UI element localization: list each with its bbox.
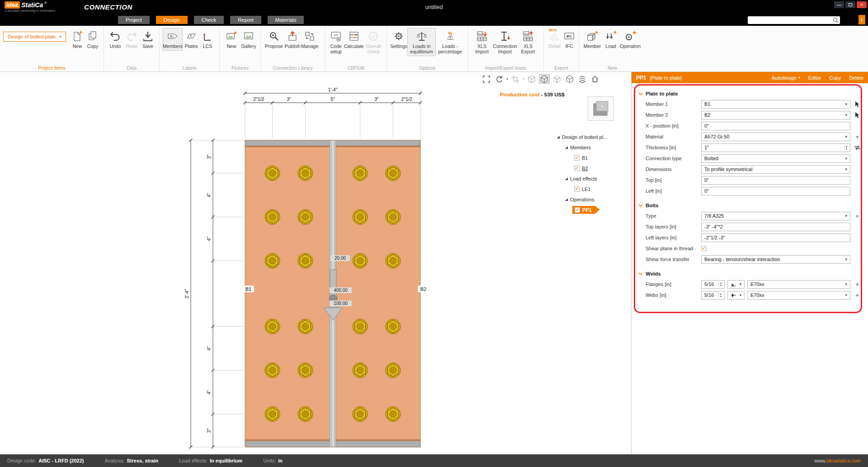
dimensions-dropdown[interactable]: To profile symmetrical▾ xyxy=(701,165,850,174)
ribbon-button-undo[interactable]: Undo xyxy=(107,28,123,51)
autodesign-dropdown[interactable]: Autodesign▾ xyxy=(772,75,800,81)
bolt[interactable] xyxy=(386,319,401,334)
bolt-type-dropdown[interactable]: 7/8 A325▾ xyxy=(701,212,850,220)
checkbox-checked-icon[interactable]: ✓ xyxy=(575,207,580,213)
section-plate-to-plate[interactable]: Plate to plate xyxy=(632,89,868,99)
top-input[interactable]: 0" xyxy=(701,176,850,185)
explode-view-icon[interactable] xyxy=(577,74,588,84)
ribbon-button-settings[interactable]: Settings xyxy=(390,28,407,51)
ribbon-button-members-labels[interactable]: B1 Members xyxy=(163,28,183,51)
web-weld-size-stepper[interactable]: 5/16▴▾ xyxy=(701,291,725,300)
ribbon-button-propose[interactable]: Propose xyxy=(264,28,284,51)
expander-icon[interactable] xyxy=(565,198,568,201)
ribbon-button-calculate[interactable]: Calculate xyxy=(344,28,364,51)
ribbon-button-xls-export[interactable]: XLS XLS Export xyxy=(517,28,539,56)
add-bolt-assembly-icon[interactable]: + xyxy=(853,212,862,220)
bolt[interactable] xyxy=(298,363,313,378)
bolt[interactable] xyxy=(353,319,368,334)
bolt[interactable] xyxy=(353,210,368,224)
view-mode-transparent-icon[interactable] xyxy=(552,74,562,84)
ribbon-button-lcs[interactable]: LCS xyxy=(200,28,215,51)
ribbon-button-publish[interactable]: Publish xyxy=(284,28,301,51)
chevron-down-icon[interactable]: ▾ xyxy=(523,77,524,81)
thickness-stepper[interactable]: 1"▴▾ xyxy=(701,143,850,152)
tab-materials[interactable]: Materials xyxy=(268,16,304,24)
ribbon-button-new-project-item[interactable]: New xyxy=(70,28,85,51)
stepper-arrows-icon[interactable]: ▴▾ xyxy=(718,292,722,298)
pp1-selected-band[interactable]: ✓ PP1 xyxy=(572,206,600,214)
search-input[interactable] xyxy=(748,17,833,23)
editor-button[interactable]: Editor xyxy=(808,75,821,81)
maximize-button[interactable] xyxy=(845,1,855,8)
chevron-down-icon[interactable]: ▾ xyxy=(506,77,508,81)
left-layers-input[interactable]: -2"1/2 -3" xyxy=(701,234,850,242)
ribbon-button-xls-import[interactable]: XLS XLS Import xyxy=(471,28,493,56)
bolt[interactable] xyxy=(353,363,368,378)
bolt[interactable] xyxy=(298,407,313,422)
viewport[interactable]: 1'-4" 2"1/2 3" 5" 3" 2"1/2 2'-4" 3" 4" 4… xyxy=(0,72,631,454)
view-mode-edges-icon[interactable] xyxy=(564,74,575,84)
bolt[interactable] xyxy=(298,166,313,181)
flange-weld-size-stepper[interactable]: 5/16▴▾ xyxy=(701,280,725,289)
tree-item-b2[interactable]: ✓ B2 xyxy=(557,163,607,173)
shear-plane-checkbox[interactable]: ✓ xyxy=(701,246,707,251)
bolt[interactable] xyxy=(265,407,280,422)
bolt[interactable] xyxy=(265,253,280,268)
bolt[interactable] xyxy=(265,210,280,224)
project-item-dropdown[interactable]: Design of bolted plate ▾ xyxy=(3,32,66,42)
section-welds[interactable]: Welds xyxy=(632,269,868,279)
ribbon-button-connection-import[interactable]: Connection Import xyxy=(493,28,517,56)
top-layers-input[interactable]: -3" -4"*2 xyxy=(701,223,850,231)
bolt[interactable] xyxy=(353,166,368,181)
material-dropdown[interactable]: A572 Gr.50▾ xyxy=(701,133,850,141)
pick-member-icon[interactable] xyxy=(853,111,862,119)
expander-icon[interactable] xyxy=(565,146,568,149)
ribbon-button-save[interactable]: Save xyxy=(140,28,156,51)
tree-item-load-effects[interactable]: Load effects xyxy=(557,173,607,184)
add-material-icon[interactable]: + xyxy=(853,133,862,141)
bolt[interactable] xyxy=(386,210,401,224)
checkbox-checked-icon[interactable]: ✓ xyxy=(574,155,580,161)
add-weld-material-icon[interactable]: + xyxy=(853,291,862,300)
tab-check[interactable]: Check xyxy=(194,16,224,24)
bolt[interactable] xyxy=(298,319,313,334)
ribbon-button-copy-project-item[interactable]: Copy xyxy=(85,28,100,51)
ribbon-button-new-operation[interactable]: Operation xyxy=(619,28,641,51)
checkbox-checked-icon[interactable]: ✓ xyxy=(574,166,580,171)
bolt[interactable] xyxy=(386,407,401,422)
ribbon-button-new-member[interactable]: Member xyxy=(582,28,602,51)
ribbon-button-loads-in-equilibrium[interactable]: Loads in equilibrium xyxy=(407,28,436,56)
stepper-arrows-icon[interactable]: ▴▾ xyxy=(718,281,722,287)
view-mode-solid-icon[interactable] xyxy=(539,74,550,84)
sync-thickness-icon[interactable] xyxy=(853,143,862,152)
ribbon-button-plates-labels[interactable]: P Plates xyxy=(183,28,200,51)
bolt[interactable] xyxy=(265,363,280,378)
copy-operation-button[interactable]: Copy xyxy=(830,75,841,81)
x-position-input[interactable]: 0" xyxy=(701,122,850,130)
web-weld-type-dropdown[interactable]: ▾ xyxy=(727,291,745,300)
bolt[interactable] xyxy=(265,319,280,334)
ribbon-button-detail[interactable]: BETA Detail xyxy=(547,28,562,51)
delete-operation-button[interactable]: Delete xyxy=(849,75,863,81)
tab-project[interactable]: Project xyxy=(118,16,150,24)
bolt[interactable] xyxy=(386,363,401,378)
search-icon[interactable] xyxy=(833,17,840,23)
section-crop-icon[interactable] xyxy=(510,74,521,84)
ribbon-button-code-setup[interactable]: </> Code setup xyxy=(328,28,344,56)
website-link[interactable]: www.ideastatica.com xyxy=(814,458,861,463)
flange-electrode-dropdown[interactable]: E70xx▾ xyxy=(747,280,850,289)
view-mode-wireframe-icon[interactable] xyxy=(526,74,537,84)
shear-force-transfer-dropdown[interactable]: Bearing - tension/shear interaction▾ xyxy=(701,255,850,264)
home-view-icon[interactable] xyxy=(590,74,600,84)
bolt[interactable] xyxy=(265,166,280,181)
orientation-thumbnail[interactable]: x xyxy=(588,96,614,121)
member1-dropdown[interactable]: B1▾ xyxy=(701,100,850,109)
member2-dropdown[interactable]: B2▾ xyxy=(701,111,850,119)
bolt[interactable] xyxy=(386,253,401,268)
left-input[interactable]: 0" xyxy=(701,187,850,195)
tree-item-members[interactable]: Members xyxy=(557,142,607,152)
stepper-arrows-icon[interactable]: ▴▾ xyxy=(844,145,847,150)
section-bolts[interactable]: Bolts xyxy=(632,200,868,210)
tree-item-pp1[interactable]: ✓ PP1 xyxy=(557,205,607,215)
tree-item-project-root[interactable]: Design of bolted pl... xyxy=(557,132,607,142)
